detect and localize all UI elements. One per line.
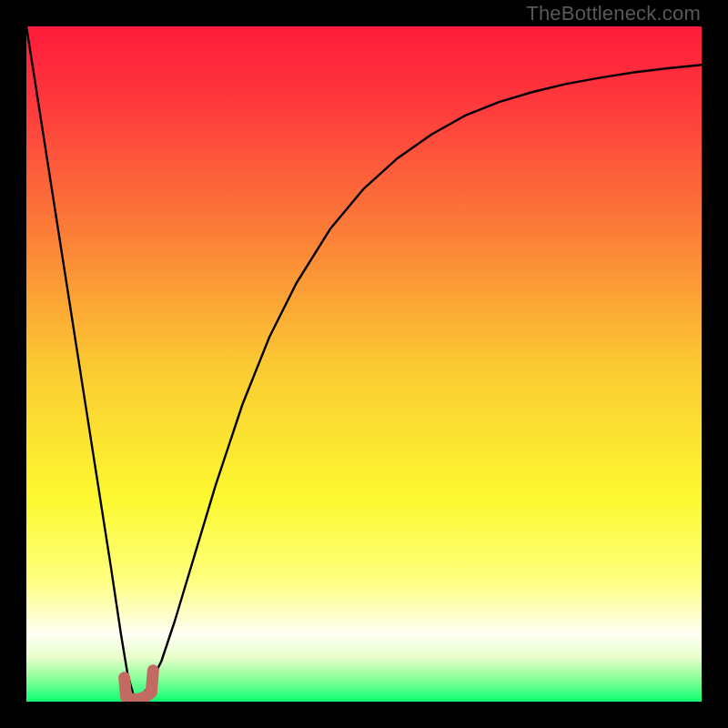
- watermark-text: TheBottleneck.com: [526, 2, 701, 25]
- chart-plot-area: [26, 26, 702, 702]
- min-marker-icon: [125, 671, 154, 700]
- bottleneck-curve: [26, 26, 702, 698]
- chart-curve-layer: [26, 26, 702, 702]
